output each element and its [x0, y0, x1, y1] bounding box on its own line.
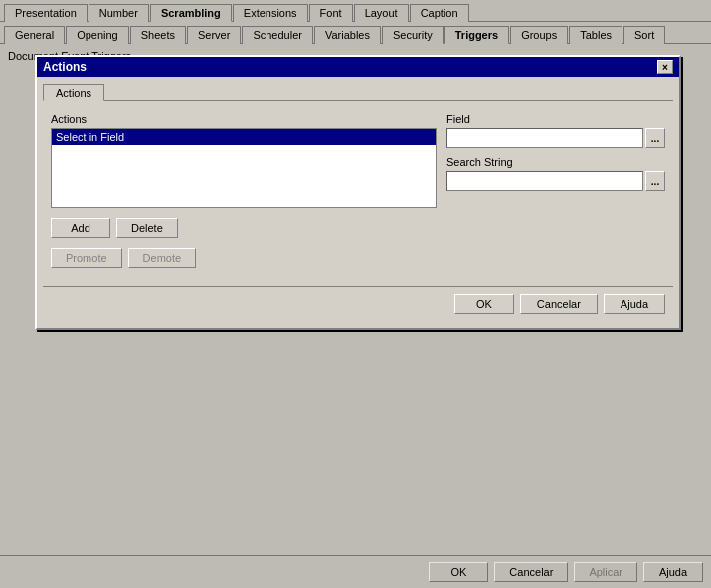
- dialog-body: Actions Actions Select in Field: [37, 77, 679, 328]
- dialog-content: Actions Select in Field Field ...: [43, 109, 673, 278]
- dialog-ok-button[interactable]: OK: [454, 294, 514, 314]
- action-buttons: Add Delete: [51, 218, 665, 238]
- field-browse-button[interactable]: ...: [645, 128, 665, 148]
- dialog-close-button[interactable]: ×: [657, 60, 673, 74]
- search-string-label: Search String: [446, 156, 665, 168]
- search-browse-button[interactable]: ...: [645, 171, 665, 191]
- modal-overlay: Actions × Actions Actions Select: [0, 0, 711, 588]
- delete-button[interactable]: Delete: [116, 218, 178, 238]
- inner-tab-bar: Actions: [43, 83, 673, 101]
- right-column: Field ... Search String ...: [446, 113, 665, 208]
- actions-label: Actions: [51, 113, 437, 125]
- field-input[interactable]: [446, 128, 643, 148]
- inner-tab-actions[interactable]: Actions: [43, 84, 104, 101]
- search-string-input[interactable]: [446, 171, 643, 191]
- demote-button[interactable]: Demote: [128, 248, 197, 268]
- two-column-layout: Actions Select in Field Field ...: [51, 113, 665, 208]
- dialog-title: Actions: [43, 60, 87, 74]
- promote-button[interactable]: Promote: [51, 248, 122, 268]
- background-area: Document Event Triggers Actions × Action…: [0, 44, 711, 462]
- search-string-input-row: ...: [446, 171, 665, 191]
- field-label: Field: [446, 113, 665, 125]
- add-button[interactable]: Add: [51, 218, 110, 238]
- dialog-footer-buttons: OK Cancelar Ajuda: [43, 286, 673, 322]
- left-column: Actions Select in Field: [51, 113, 437, 208]
- field-input-row: ...: [446, 128, 665, 148]
- list-item-select-in-field[interactable]: Select in Field: [52, 129, 436, 145]
- move-buttons: Promote Demote: [51, 248, 665, 268]
- dialog-help-button[interactable]: Ajuda: [604, 294, 665, 314]
- actions-dialog: Actions × Actions Actions Select: [35, 55, 681, 330]
- actions-list[interactable]: Select in Field: [51, 128, 437, 208]
- dialog-cancel-button[interactable]: Cancelar: [520, 294, 598, 314]
- dialog-titlebar: Actions ×: [37, 57, 679, 77]
